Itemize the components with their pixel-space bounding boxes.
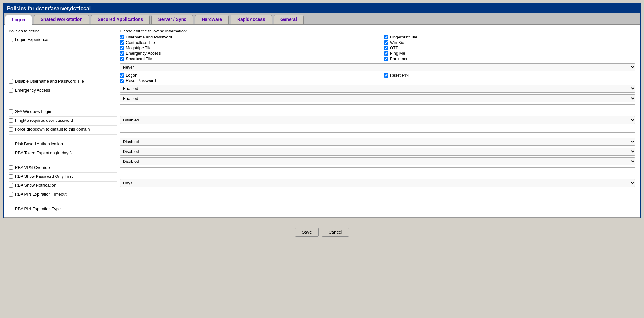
checkbox-smartcard-tile: Smartcard Tile bbox=[120, 56, 371, 61]
checkbox-ping-me-input[interactable] bbox=[384, 51, 388, 56]
checkbox-win-bio-input[interactable] bbox=[384, 40, 388, 45]
footer: Save Cancel bbox=[3, 228, 641, 243]
right-column: Please edit the following information: U… bbox=[117, 29, 635, 214]
cancel-button[interactable]: Cancel bbox=[322, 228, 349, 237]
twofa-checkbox[interactable] bbox=[9, 109, 13, 114]
checkbox-fingerprint-tile: Fingerprint Tile bbox=[384, 35, 635, 39]
rba-vpn-row: RBA VPN Override bbox=[9, 164, 117, 173]
rba-pin-type-label: RBA PIN Expiration Type bbox=[9, 206, 61, 211]
rba-vpn-select[interactable]: Disabled Enabled bbox=[120, 138, 635, 146]
tab-logon[interactable]: Logon bbox=[5, 15, 32, 25]
checkbox-contactless-tile: Contactless Tile bbox=[120, 40, 371, 45]
logon-checkboxes-grid: Username and Password Fingerprint Tile C… bbox=[120, 35, 635, 61]
checkbox-emergency-access: Emergency Access bbox=[120, 51, 371, 56]
tab-shared-workstation[interactable]: Shared Workstation bbox=[34, 15, 89, 24]
pingme-select[interactable]: Enabled Disabled bbox=[120, 94, 635, 102]
disable-upw-select[interactable]: Never Always Logon Unlock bbox=[120, 63, 635, 71]
force-dropdown-checkbox[interactable] bbox=[9, 127, 13, 132]
emergency-access-checkbox[interactable] bbox=[9, 88, 13, 93]
checkbox-magstripe-tile: Magstripe Tile bbox=[120, 45, 371, 50]
risk-based-checkbox[interactable] bbox=[9, 142, 13, 146]
tab-hardware[interactable]: Hardware bbox=[195, 15, 229, 24]
checkbox-logon-input[interactable] bbox=[120, 73, 124, 78]
risk-based-row: Risk Based Authentication bbox=[9, 140, 117, 149]
right-header: Please edit the following information: bbox=[120, 29, 635, 33]
force-dropdown-input[interactable] bbox=[120, 104, 635, 111]
force-dropdown-label: Force dropdown to default to this domain bbox=[9, 127, 90, 132]
rba-show-notif-label: RBA Show Notification bbox=[9, 183, 56, 188]
risk-based-select[interactable]: Disabled Enabled bbox=[120, 116, 635, 124]
checkbox-ping-me: Ping Me bbox=[384, 51, 635, 56]
tabs-bar: Logon Shared Workstation Secured Applica… bbox=[4, 13, 640, 25]
rba-pin-timeout-checkbox[interactable] bbox=[9, 192, 13, 197]
disable-upw-checkbox[interactable] bbox=[9, 79, 13, 84]
checkbox-fingerprint-tile-input[interactable] bbox=[384, 35, 388, 39]
rba-vpn-checkbox[interactable] bbox=[9, 165, 13, 170]
checkbox-magstripe-tile-input[interactable] bbox=[120, 46, 124, 50]
checkbox-username-password-input[interactable] bbox=[120, 35, 124, 39]
checkbox-otp: OTP bbox=[384, 45, 635, 50]
left-column: Policies to define Logon Experience bbox=[9, 29, 117, 214]
rba-pin-timeout-control bbox=[120, 166, 635, 175]
rba-show-pw-select[interactable]: Disabled Enabled bbox=[120, 148, 635, 156]
rba-show-notif-checkbox[interactable] bbox=[9, 183, 13, 188]
rba-show-notif-select[interactable]: Disabled Enabled bbox=[120, 157, 635, 165]
rba-show-notif-row: RBA Show Notification bbox=[9, 182, 117, 190]
title-bar: Policies for dc=mfaserver,dc=local bbox=[4, 4, 640, 13]
pingme-row: PingMe requires user password bbox=[9, 117, 117, 126]
tab-server-sync[interactable]: Server / Sync bbox=[151, 15, 193, 24]
rba-pin-timeout-input[interactable] bbox=[120, 167, 635, 174]
rba-show-notif-control: Disabled Enabled bbox=[120, 156, 635, 166]
checkbox-enrollment: Enrollment bbox=[384, 56, 635, 61]
checkbox-logon: Logon bbox=[120, 73, 371, 78]
left-header: Policies to define bbox=[9, 29, 117, 33]
checkbox-win-bio: Win Bio bbox=[384, 40, 635, 45]
rba-pin-type-control: Days Hours Minutes bbox=[120, 178, 635, 188]
checkbox-reset-pin-input[interactable] bbox=[384, 73, 388, 78]
tab-general[interactable]: General bbox=[274, 15, 304, 24]
rba-token-control bbox=[120, 125, 635, 134]
rba-token-label: RBA Token Expiration (in days) bbox=[9, 150, 72, 155]
checkbox-enrollment-input[interactable] bbox=[384, 57, 388, 61]
rba-show-pw-checkbox[interactable] bbox=[9, 174, 13, 179]
rba-token-input[interactable] bbox=[120, 126, 635, 133]
twofa-row: 2FA Windows Login bbox=[9, 108, 117, 117]
disable-upw-row: Disable Username and Password Tile bbox=[9, 78, 117, 86]
checkbox-contactless-tile-input[interactable] bbox=[120, 40, 124, 45]
twofa-label: 2FA Windows Login bbox=[9, 109, 51, 114]
checkbox-username-password: Username and Password bbox=[120, 35, 371, 39]
rba-show-pw-row: RBA Show Password Only First bbox=[9, 173, 117, 182]
disable-upw-label: Disable Username and Password Tile bbox=[9, 79, 84, 84]
logon-experience-checkbox[interactable] bbox=[9, 38, 13, 42]
disable-upw-control: Never Always Logon Unlock bbox=[120, 62, 635, 72]
twofa-select[interactable]: Enabled Disabled bbox=[120, 85, 635, 93]
rba-show-pw-control: Disabled Enabled bbox=[120, 147, 635, 156]
window-title: Policies for dc=mfaserver,dc=local bbox=[7, 6, 91, 11]
logon-experience-label: Logon Experience bbox=[9, 37, 117, 42]
rba-token-row: RBA Token Expiration (in days) bbox=[9, 149, 117, 158]
save-button[interactable]: Save bbox=[295, 228, 319, 237]
force-dropdown-row: Force dropdown to default to this domain bbox=[9, 126, 117, 135]
rba-pin-type-row: RBA PIN Expiration Type bbox=[9, 205, 117, 214]
rba-vpn-label: RBA VPN Override bbox=[9, 165, 50, 170]
checkbox-emergency-access-input[interactable] bbox=[120, 51, 124, 56]
rba-pin-type-select[interactable]: Days Hours Minutes bbox=[120, 179, 635, 187]
checkbox-otp-input[interactable] bbox=[384, 46, 388, 50]
risk-based-label: Risk Based Authentication bbox=[9, 142, 63, 146]
content-area: Policies to define Logon Experience bbox=[4, 25, 640, 218]
emergency-access-label: Emergency Access bbox=[9, 88, 117, 93]
rba-show-pw-label: RBA Show Password Only First bbox=[9, 174, 73, 179]
rba-pin-timeout-row: RBA PIN Expiration Timeout bbox=[9, 190, 117, 199]
pingme-label: PingMe requires user password bbox=[9, 118, 73, 123]
twofa-control: Enabled Disabled bbox=[120, 84, 635, 93]
emergency-inline-checkboxes: Logon Reset PIN Reset Password bbox=[120, 73, 635, 83]
checkbox-reset-password-input[interactable] bbox=[120, 79, 124, 83]
pingme-checkbox[interactable] bbox=[9, 118, 13, 123]
force-dropdown-control bbox=[120, 103, 635, 112]
rba-pin-timeout-label: RBA PIN Expiration Timeout bbox=[9, 192, 67, 197]
checkbox-smartcard-tile-input[interactable] bbox=[120, 57, 124, 61]
tab-secured-applications[interactable]: Secured Applications bbox=[91, 15, 150, 24]
rba-pin-type-checkbox[interactable] bbox=[9, 207, 13, 211]
rba-token-checkbox[interactable] bbox=[9, 151, 13, 155]
tab-rapidaccess[interactable]: RapidAccess bbox=[231, 15, 272, 24]
